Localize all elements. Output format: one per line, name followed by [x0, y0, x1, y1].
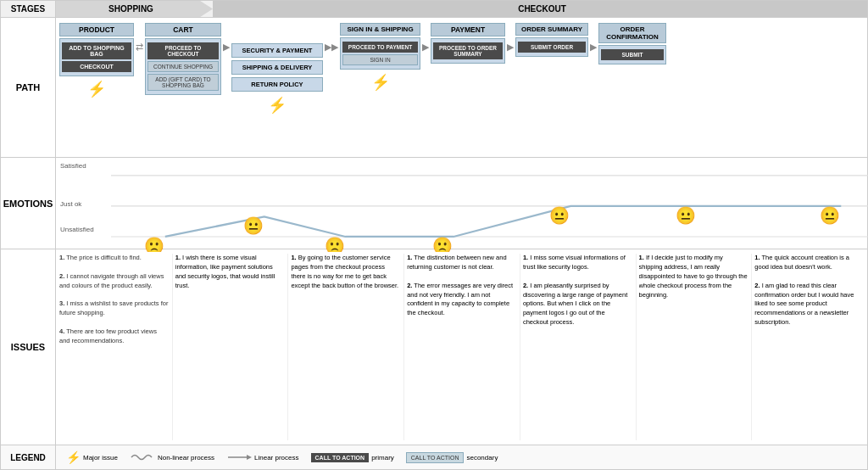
cta-primary-btn[interactable]: CALL TO ACTION — [311, 453, 370, 462]
legend-row-label: LEGEND — [1, 445, 56, 469]
svg-text:🙁: 🙁 — [432, 235, 453, 252]
arrow-signin-payment: ▶ — [422, 23, 429, 53]
cta-secondary-btn[interactable]: CALL TO ACTION — [406, 452, 465, 463]
svg-text:😐: 😐 — [820, 204, 840, 226]
legend-cta-secondary: CALL TO ACTION secondary — [406, 452, 498, 463]
path-content: PRODUCT ADD TO SHOPPING BAG CHECKOUT ⚡ — [56, 18, 867, 157]
issue-col-5: 1. I miss some visual informations of tr… — [523, 254, 637, 440]
arrow-summary-confirm: ▶ — [590, 23, 597, 53]
cart-stage: CART PROCEED TO CHECKOUT CONTINUE SHOPPI… — [145, 23, 221, 95]
issue-text-2: 1. I wish there is some visual informati… — [175, 254, 285, 291]
signin-stage: SIGN IN & SHIPPING PROCEED TO PAYMENT SI… — [340, 23, 420, 92]
checkout-btn[interactable]: CHECKOUT — [62, 61, 131, 72]
issue-text-7: 1. The quick account creation is a good … — [754, 254, 864, 327]
arrow-product-cart: ⇄ — [136, 23, 143, 53]
issue-col-3: 1. By going to the customer service page… — [291, 254, 404, 440]
issue-col-6: 1. If I decide just to modify my shippin… — [639, 254, 753, 440]
svg-text:😐: 😐 — [549, 204, 570, 226]
issue-col-2: 1. I wish there is some visual informati… — [175, 254, 289, 440]
cart-options-stage: SECURITY & PAYMENT SHIPPING & DELIVERY R… — [231, 43, 323, 115]
svg-text:🙁: 🙁 — [325, 235, 345, 252]
issue-col-7: 1. The quick account creation is a good … — [754, 254, 864, 440]
order-summary-stage: ORDER SUMMARY SUBMIT ORDER — [515, 23, 588, 57]
add-to-bag-btn[interactable]: ADD TO SHOPPING BAG — [62, 42, 131, 59]
product-stage: PRODUCT ADD TO SHOPPING BAG CHECKOUT ⚡ — [59, 23, 134, 98]
issue-text-3: 1. By going to the customer service page… — [291, 254, 400, 291]
linear-arrow-icon — [226, 451, 252, 463]
legend-linear-label: Linear process — [254, 454, 298, 462]
checkout-stage-header: CHECKOUT — [213, 1, 867, 17]
legend-content: ⚡ Major issue Non-linear process Linear … — [56, 445, 867, 469]
legend-nonlinear-label: Non-linear process — [158, 454, 214, 462]
issue-text-4: 1. The distinction between new and retur… — [407, 254, 516, 318]
return-policy-option: RETURN POLICY — [231, 77, 323, 92]
security-payment-option: SECURITY & PAYMENT — [231, 43, 323, 58]
issue-col-4: 1. The distinction between new and retur… — [407, 254, 520, 440]
payment-stage: PAYMENT PROCEED TO ORDER SUMMARY — [431, 23, 505, 64]
issue-text-1: 1. The price is difficult to find. 2. I … — [59, 254, 169, 346]
legend-major-issue: ⚡ Major issue — [66, 450, 118, 464]
lightning-legend-icon: ⚡ — [66, 450, 81, 464]
continue-shopping-btn[interactable]: CONTINUE SHOPPING — [147, 61, 219, 72]
wave-icon — [130, 451, 155, 463]
issue-col-1: 1. The price is difficult to find. 2. I … — [59, 254, 173, 440]
legend-major-label: Major issue — [83, 454, 118, 462]
svg-marker-11 — [247, 455, 252, 460]
sign-in-btn[interactable]: SIGN IN — [342, 54, 418, 65]
svg-text:😐: 😐 — [676, 204, 696, 226]
arrow-options-signin: ▶▶ — [325, 23, 338, 53]
proceed-order-summary-btn[interactable]: PROCEED TO ORDER SUMMARY — [433, 42, 503, 59]
add-gift-btn[interactable]: ADD (GIFT CARD) TO SHOPPING BAG — [147, 74, 219, 91]
submit-order-btn[interactable]: SUBMIT ORDER — [518, 42, 586, 53]
lightning-1: ⚡ — [87, 80, 106, 98]
order-confirmation-stage: ORDER CONFIRMATION SUBMIT — [598, 23, 666, 64]
issue-text-6: 1. If I decide just to modify my shippin… — [639, 254, 748, 299]
emotions-content: Satisfied Just ok Unsatisfied 🙁 — [56, 158, 867, 249]
svg-text:😐: 😐 — [243, 215, 264, 237]
proceed-checkout-btn[interactable]: PROCEED TO CHECKOUT — [147, 42, 219, 59]
legend-secondary-label: secondary — [466, 454, 498, 462]
proceed-payment-btn[interactable]: PROCEED TO PAYMENT — [342, 42, 418, 53]
legend-linear: Linear process — [226, 451, 298, 463]
arrow-payment-summary: ▶ — [507, 23, 514, 53]
issues-row-label: ISSUES — [1, 249, 56, 445]
submit-btn[interactable]: SUBMIT — [601, 49, 664, 60]
stages-row-label: STAGES — [1, 1, 56, 17]
issues-content: 1. The price is difficult to find. 2. I … — [56, 249, 867, 445]
path-row-label: PATH — [1, 18, 56, 157]
emotion-chart: 🙁 😐 🙁 🙁 😐 😐 😐 — [111, 161, 868, 252]
arrow-cart-options: ▶ — [223, 23, 230, 53]
issue-text-5: 1. I miss some visual informations of tr… — [523, 254, 632, 327]
emotions-row-label: EMOTIONS — [1, 158, 56, 249]
legend-primary-label: primary — [371, 454, 394, 462]
shipping-delivery-option: SHIPPING & DELIVERY — [231, 60, 323, 75]
svg-text:🙁: 🙁 — [144, 235, 164, 252]
lightning-3: ⚡ — [371, 73, 390, 92]
legend-nonlinear: Non-linear process — [130, 451, 214, 463]
lightning-2: ⚡ — [231, 96, 323, 115]
legend-cta-primary: CALL TO ACTION primary — [311, 453, 394, 462]
shopping-stage-header: SHOPPING — [56, 1, 213, 17]
